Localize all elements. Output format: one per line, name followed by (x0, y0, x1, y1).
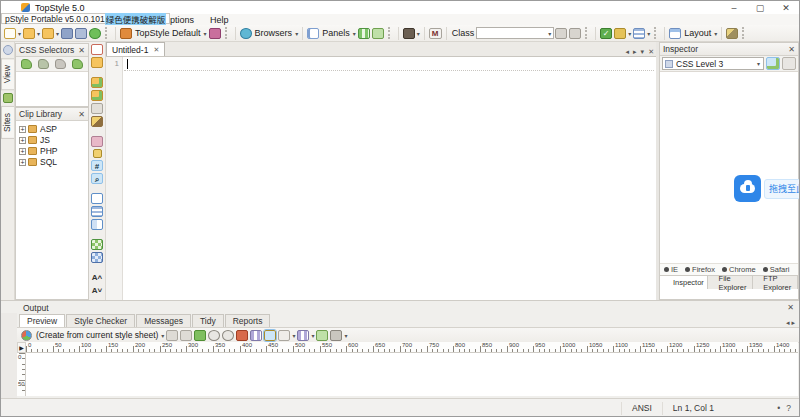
apply-class-icon[interactable] (555, 28, 567, 39)
format-icon[interactable] (633, 28, 645, 39)
rail-tab-view[interactable]: View (1, 58, 14, 90)
browsers-label[interactable]: Browsers (255, 28, 293, 38)
selector-group-icon[interactable] (55, 59, 66, 69)
preview-area[interactable] (26, 353, 798, 396)
upload-hint[interactable]: 拖拽至此上传 (764, 179, 800, 199)
output-tab[interactable]: Reports (225, 314, 271, 327)
inspector-bottom-tab[interactable]: Inspector (660, 276, 708, 289)
output-close-icon[interactable]: ✕ (787, 303, 794, 312)
grid-green-icon[interactable] (91, 239, 103, 250)
save-all-icon[interactable] (75, 28, 87, 39)
clip-tree-item[interactable]: + PHP (16, 146, 88, 156)
editor-tab-close-icon[interactable]: ✕ (153, 46, 159, 54)
browser-preview-icon[interactable] (21, 330, 32, 341)
output-tab[interactable]: Tidy (192, 314, 224, 327)
maximize-button[interactable]: ▢ (747, 2, 773, 14)
forward-icon[interactable] (222, 330, 234, 341)
rail-tab-sites[interactable]: Sites (1, 106, 14, 139)
tab-scroll-right-icon[interactable]: ▸ (633, 48, 637, 56)
stylesheet-dropdown-icon[interactable]: ▾ (161, 332, 164, 339)
minimize-button[interactable]: – (721, 2, 747, 14)
ruler-dropdown-icon[interactable]: ▾ (311, 332, 314, 339)
clip-folder-icon[interactable] (91, 57, 103, 68)
zoom-tool-icon[interactable]: ⌕ (91, 173, 103, 184)
validate-icon[interactable]: ✓ (600, 28, 612, 39)
save-icon[interactable] (61, 28, 73, 39)
help-icon[interactable]: ? (786, 403, 791, 413)
toolbar-grip[interactable] (388, 27, 392, 39)
clip-library-close-icon[interactable]: ✕ (78, 110, 85, 119)
editor-tab-label[interactable]: Untitled-1 (112, 45, 148, 55)
profile-dropdown-icon[interactable]: ▾ (757, 60, 760, 67)
output-tab-label[interactable]: Tidy (200, 316, 216, 326)
toolbar-grip[interactable] (654, 27, 658, 39)
style-check-icon[interactable] (358, 28, 370, 39)
style-selector-label[interactable]: TopStyle Default (135, 28, 201, 38)
new-document-icon[interactable] (4, 28, 16, 39)
toolbar-grip[interactable] (742, 27, 746, 39)
layout-icon[interactable] (669, 28, 681, 39)
style-palette-icon[interactable] (209, 28, 221, 39)
font-increase-icon[interactable]: A˄ (91, 272, 103, 283)
sites-icon[interactable] (3, 93, 13, 103)
clip-folder-label[interactable]: PHP (40, 146, 57, 156)
color-swatch-icon[interactable] (93, 149, 102, 158)
tab-scroll-left-icon[interactable]: ◂ (626, 48, 630, 56)
panels-label[interactable]: Panels (322, 28, 350, 38)
print-dropdown-icon[interactable]: ▾ (344, 332, 347, 339)
selection-box-icon[interactable] (91, 193, 103, 204)
layout-label[interactable]: Layout (684, 28, 711, 38)
insert-style-icon[interactable] (403, 28, 415, 39)
grid-blue-icon[interactable] (91, 252, 103, 263)
tidy-dropdown-icon[interactable]: ▾ (628, 30, 631, 37)
insert-clip-icon[interactable] (91, 90, 103, 101)
toolbar-grip[interactable] (105, 27, 109, 39)
find-icon[interactable] (3, 45, 13, 55)
output-tab-label[interactable]: Messages (144, 316, 183, 326)
auto-refresh-icon[interactable] (264, 330, 276, 341)
screenshot-icon[interactable] (316, 330, 328, 341)
refresh-icon[interactable] (89, 28, 101, 39)
output-tab-label[interactable]: Reports (233, 316, 263, 326)
insight-off-icon[interactable] (782, 57, 796, 70)
clip-folder-label[interactable]: ASP (40, 124, 57, 134)
toolbar-grip[interactable] (585, 27, 589, 39)
tab-list-icon[interactable]: ▾ (641, 48, 645, 56)
bottom-tab-label[interactable]: Inspector (673, 278, 704, 287)
css-selectors-close-icon[interactable]: ✕ (78, 46, 85, 55)
expand-icon[interactable]: + (19, 159, 26, 166)
tidy-icon[interactable] (614, 28, 626, 39)
new-dropdown-icon[interactable]: ▾ (18, 30, 21, 37)
css-profile-combobox[interactable]: CSS Level 3 ▾ (662, 57, 764, 70)
reports-icon[interactable] (372, 28, 384, 39)
code-editor[interactable]: 1 (106, 57, 659, 300)
output-tab[interactable]: Preview (19, 314, 65, 327)
new-selector-icon[interactable] (21, 59, 32, 69)
eraser-icon[interactable] (91, 136, 103, 147)
selector-filter-icon[interactable] (38, 59, 49, 69)
clip-tree-item[interactable]: + ASP (16, 124, 88, 134)
stylesheet-combo[interactable]: (Create from current style sheet) (36, 330, 158, 340)
hash-color-icon[interactable]: # (91, 160, 103, 171)
open-recent-icon[interactable] (42, 28, 54, 39)
browsers-icon[interactable] (240, 28, 252, 39)
clip-folder-label[interactable]: SQL (40, 157, 57, 167)
split-mode-icon[interactable] (278, 330, 290, 341)
class-combobox[interactable]: ▾ (476, 27, 554, 39)
snippet-icon[interactable] (91, 103, 103, 114)
wizard-icon[interactable] (726, 28, 738, 39)
apply-selector-icon[interactable] (72, 59, 83, 69)
css-doc-icon[interactable] (91, 44, 103, 55)
tab-close-icon[interactable]: ✕ (648, 48, 654, 56)
browser-compat-item[interactable]: Firefox (685, 265, 715, 274)
edit-source-icon[interactable] (180, 330, 192, 341)
output-tab-scroll[interactable]: ◂ ▸ (786, 319, 799, 327)
clip-tree-item[interactable]: + JS (16, 135, 88, 145)
add-to-library-icon[interactable] (91, 77, 103, 88)
toolbar-grip[interactable] (225, 27, 229, 39)
output-tab-label[interactable]: Style Checker (74, 316, 127, 326)
style-definition-icon[interactable] (120, 28, 132, 39)
style-dropdown-icon[interactable]: ▾ (204, 30, 207, 37)
inspector-close-icon[interactable]: ✕ (788, 45, 795, 54)
output-scroll-right-icon[interactable]: ▸ (791, 319, 795, 326)
